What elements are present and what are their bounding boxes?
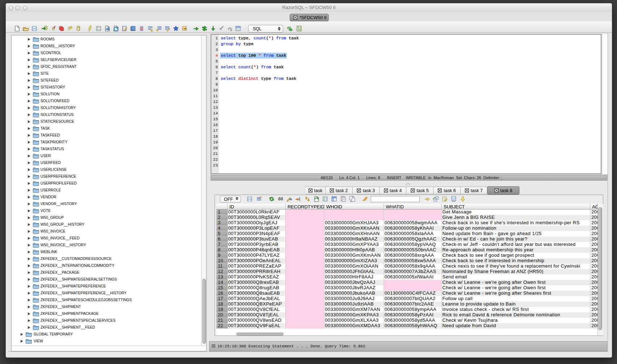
svg-text:66: 66 [278, 196, 283, 202]
svg-text:66: 66 [287, 26, 291, 30]
